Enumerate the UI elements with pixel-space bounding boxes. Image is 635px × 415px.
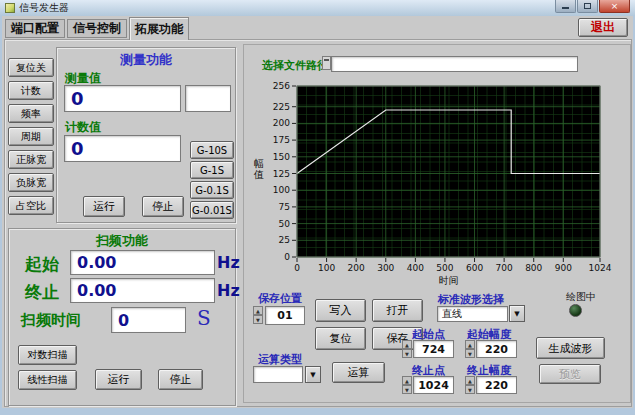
sweep-time-unit: S	[197, 306, 211, 330]
gate-10s-button[interactable]: G-10S	[190, 141, 234, 159]
button-positive-pulse-width[interactable]: 正脉宽	[8, 150, 54, 169]
sweep-stop-button[interactable]: 停止	[158, 369, 203, 390]
start-point-spinner[interactable]: ▲ ▼	[402, 340, 412, 358]
end-amplitude-spinner[interactable]: ▲ ▼	[465, 376, 475, 394]
operation-type-label: 运算类型	[258, 352, 302, 367]
minimize-button[interactable]	[555, 0, 576, 13]
chevron-down-icon: ▼	[514, 310, 519, 318]
measure-run-button[interactable]: 运行	[83, 196, 125, 217]
gate-1s-button[interactable]: G-1S	[190, 161, 234, 179]
button-duty-cycle[interactable]: 占空比	[8, 196, 54, 215]
chevron-down-icon: ▼	[310, 371, 315, 379]
preview-button[interactable]: 预览	[539, 364, 601, 384]
minimize-icon	[562, 7, 569, 9]
svg-text:700: 700	[496, 263, 513, 273]
waveform-select-label: 标准波形选择	[438, 292, 504, 307]
svg-text:100: 100	[318, 263, 335, 273]
file-path-input[interactable]	[331, 56, 578, 72]
spinner-down-icon: ▼	[402, 349, 412, 358]
titlebar[interactable]: 信号发生器 ×	[0, 0, 635, 16]
button-reset-switch[interactable]: 复位关	[8, 58, 54, 77]
svg-text:100: 100	[273, 185, 290, 195]
operation-type-select[interactable]	[253, 366, 303, 383]
button-period[interactable]: 周期	[8, 127, 54, 146]
svg-text:值: 值	[253, 169, 264, 180]
svg-text:0: 0	[284, 252, 290, 262]
end-point-input[interactable]: 1024	[413, 376, 454, 394]
generate-waveform-button[interactable]: 生成波形	[536, 337, 605, 359]
sweep-group: 扫频功能 起始 0.00 Hz 终止 0.00 Hz 扫频时间 0 S 对数扫描…	[8, 228, 236, 406]
svg-text:800: 800	[525, 263, 542, 273]
svg-text:75: 75	[279, 202, 290, 212]
drawing-status-label: 绘图中	[566, 290, 596, 304]
spinner-down-icon: ▼	[465, 349, 475, 358]
save-position-label: 保存位置	[258, 291, 302, 306]
save-position-input[interactable]: 01	[265, 306, 305, 325]
sweep-end-unit: Hz	[217, 281, 240, 300]
sweep-start-unit: Hz	[217, 253, 240, 272]
log-scan-button[interactable]: 对数扫描	[18, 345, 77, 365]
linear-scan-button[interactable]: 线性扫描	[18, 370, 77, 390]
window-title: 信号发生器	[19, 1, 69, 15]
gate-0-1s-button[interactable]: G-0.1S	[190, 181, 234, 199]
measure-title: 测量功能	[57, 51, 235, 69]
exit-button[interactable]: 退出	[578, 18, 628, 37]
start-amplitude-spinner[interactable]: ▲ ▼	[465, 340, 475, 358]
svg-text:900: 900	[555, 263, 572, 273]
path-type-icon[interactable]	[322, 56, 331, 70]
waveform-dropdown-button[interactable]: ▼	[509, 305, 525, 322]
spinner-up-icon: ▲	[465, 376, 475, 385]
app-icon	[5, 3, 15, 13]
sweep-end-label: 终止	[25, 281, 59, 304]
sweep-run-button[interactable]: 运行	[95, 369, 142, 390]
operation-type-dropdown-button[interactable]: ▼	[305, 366, 321, 383]
svg-text:225: 225	[273, 102, 290, 112]
write-button[interactable]: 写入	[315, 299, 366, 322]
svg-text:500: 500	[436, 263, 453, 273]
button-count[interactable]: 计数	[8, 81, 54, 100]
app-window: 信号发生器 × 端口配置 信号控制 拓展功能 退出 复位关 计数 频率 周期 正…	[0, 0, 635, 415]
reset-button[interactable]: 复位	[315, 327, 366, 350]
svg-text:150: 150	[273, 152, 290, 162]
sweep-title: 扫频功能	[9, 232, 235, 250]
measure-group: 测量功能 测量值 0 计数值 0 G-10S G-1S G-0.1S G-0.0…	[56, 47, 236, 223]
svg-text:1024: 1024	[589, 263, 612, 273]
svg-text:时间: 时间	[439, 275, 459, 286]
close-icon: ×	[611, 2, 619, 11]
tab-port-config[interactable]: 端口配置	[5, 19, 65, 38]
count-value-display[interactable]: 0	[64, 135, 181, 162]
start-amplitude-input[interactable]: 220	[476, 340, 517, 358]
maximize-button[interactable]	[577, 0, 598, 13]
button-frequency[interactable]: 频率	[8, 104, 54, 123]
button-negative-pulse-width[interactable]: 负脉宽	[8, 173, 54, 192]
svg-text:175: 175	[273, 135, 290, 145]
start-point-input[interactable]: 724	[413, 340, 454, 358]
svg-text:200: 200	[348, 263, 365, 273]
sweep-end-input[interactable]: 0.00	[70, 278, 215, 303]
spinner-down-icon: ▼	[253, 315, 263, 324]
waveform-select[interactable]: 直线	[437, 306, 508, 322]
end-amplitude-input[interactable]: 220	[476, 376, 517, 394]
tab-signal-control[interactable]: 信号控制	[67, 19, 127, 38]
end-point-spinner[interactable]: ▲ ▼	[402, 376, 412, 394]
spinner-up-icon: ▲	[465, 340, 475, 349]
sweep-start-label: 起始	[25, 253, 59, 276]
measured-value-display[interactable]: 0	[64, 85, 181, 112]
spinner-down-icon: ▼	[402, 385, 412, 394]
open-button[interactable]: 打开	[372, 299, 423, 322]
sweep-time-input[interactable]: 0	[111, 307, 186, 333]
sweep-time-label: 扫频时间	[21, 311, 81, 330]
maximize-icon	[584, 3, 591, 9]
measure-stop-button[interactable]: 停止	[142, 196, 184, 217]
tab-extended-functions[interactable]: 拓展功能	[129, 17, 189, 40]
gate-0-01s-button[interactable]: G-0.01S	[190, 201, 234, 219]
save-position-spinner[interactable]: ▲ ▼	[253, 306, 263, 324]
spinner-up-icon: ▲	[253, 306, 263, 315]
waveform-graph: 0255075100125150175200225256010020030040…	[249, 82, 627, 288]
svg-text:50: 50	[279, 219, 291, 229]
operate-button[interactable]: 运算	[332, 362, 385, 383]
close-button[interactable]: ×	[599, 0, 630, 13]
count-value-label: 计数值	[65, 119, 101, 136]
sweep-start-input[interactable]: 0.00	[70, 250, 215, 275]
file-path-label: 选择文件路径	[262, 58, 328, 73]
